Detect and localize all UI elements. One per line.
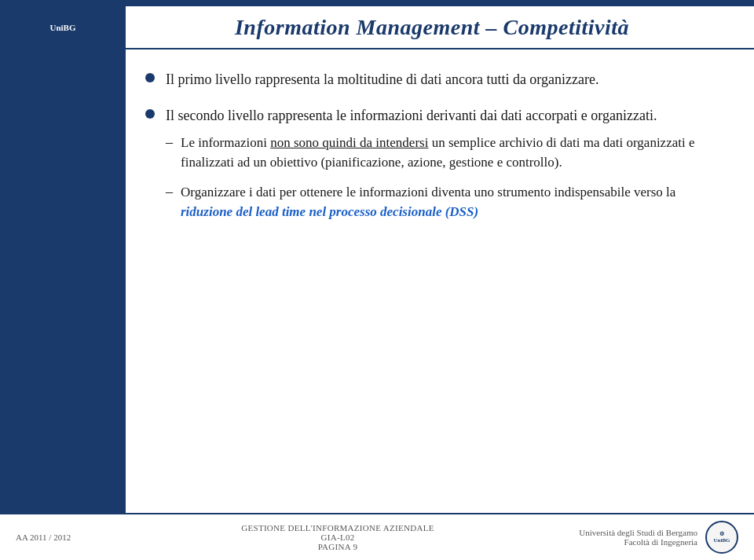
sub-bullets: – Le informazioni non sono quindi da int…: [166, 134, 723, 222]
bullet-text-1: Il primo livello rappresenta la moltitud…: [166, 69, 598, 90]
top-decorative-bar: [0, 0, 754, 6]
footer-left: AA 2011 / 2012: [16, 533, 110, 542]
sub-dash-2: –: [166, 184, 173, 200]
slide-title: Information Management – Competitività: [235, 15, 629, 40]
bullet-dot-1: [145, 73, 155, 82]
footer-university-text: Università degli Studi di Bergamo Facolt…: [579, 528, 697, 547]
bullet-text-2: Il secondo livello rappresenta le inform…: [166, 105, 723, 126]
highlighted-text: riduzione del lead time nel processo dec…: [181, 204, 478, 219]
bullet-dot-2: [145, 109, 155, 119]
footer-center: GESTIONE DELL'INFORMAZIONE AZIENDALE GIA…: [110, 523, 566, 551]
seal-inner: ⚙UniBG: [713, 531, 730, 544]
footer: AA 2011 / 2012 GESTIONE DELL'INFORMAZION…: [0, 513, 754, 560]
footer-right: Università degli Studi di Bergamo Facolt…: [566, 521, 738, 554]
footer-year: AA 2011 / 2012: [16, 533, 71, 542]
footer-faculty-name: Facoltà di Ingegneria: [579, 537, 697, 547]
sub-bullet-item-2: – Organizzare i dati per ottenere le inf…: [166, 183, 723, 221]
underlined-text-1: non sono quindi da intendersi: [270, 135, 428, 150]
slide-container: UniBG Information Management – Competiti…: [0, 0, 754, 560]
footer-page-number: pagina 9: [110, 542, 566, 551]
header: Information Management – Competitività: [0, 6, 754, 49]
sub-text-2: Organizzare i dati per ottenere le infor…: [181, 183, 723, 221]
footer-course-code: GIA-L02: [110, 533, 566, 542]
bullet-item-1: Il primo livello rappresenta la moltitud…: [145, 69, 723, 90]
left-decorative-bar: [0, 49, 126, 513]
sub-dash-1: –: [166, 134, 173, 151]
sub-text-1: Le informazioni non sono quindi da inten…: [181, 134, 723, 172]
footer-course-name: GESTIONE DELL'INFORMAZIONE AZIENDALE: [110, 523, 566, 533]
footer-university-name: Università degli Studi di Bergamo: [579, 528, 697, 537]
university-seal: ⚙UniBG: [705, 521, 738, 554]
main-content: Il primo livello rappresenta la moltitud…: [137, 57, 730, 505]
sub-bullet-item-1: – Le informazioni non sono quindi da int…: [166, 134, 723, 172]
bullet-item-2: Il secondo livello rappresenta le inform…: [145, 105, 723, 233]
